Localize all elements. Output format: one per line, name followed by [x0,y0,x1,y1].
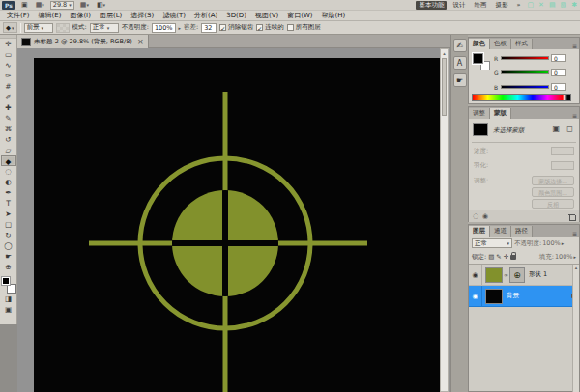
visibility-toggle[interactable]: ◉ [469,265,482,285]
tool-preset-picker[interactable]: ◆ ▾ [3,22,17,33]
menu-filter[interactable]: 滤镜(T) [159,11,189,20]
screen-mode-button[interactable]: ◧▾ [95,1,107,10]
tab-swatches[interactable]: 色板 [490,39,511,49]
overlay-capture-icon-5[interactable]: ✱ [570,1,578,10]
lock-transparency-icon[interactable]: ▨ [488,253,494,261]
foreground-color-swatch[interactable] [1,276,11,286]
canvas-vertical-scrollbar[interactable]: ▴ [440,48,449,392]
workspace-painting-button[interactable]: 绘画 [471,1,489,10]
arrange-documents-button[interactable]: ▦▾ [78,1,91,10]
overlay-capture-icon-2[interactable]: ✕ [537,1,545,10]
panel-menu-icon[interactable]: ≡ [572,42,579,49]
opacity-field[interactable]: 100% [152,23,176,33]
foreground-color-swatch[interactable] [473,53,483,64]
scroll-up-icon[interactable]: ▴ [441,49,448,57]
menu-window[interactable]: 窗口(W) [283,11,316,20]
panel-menu-icon[interactable]: ≡ [572,112,579,119]
tab-styles[interactable]: 样式 [511,39,533,49]
menu-view[interactable]: 视图(V) [251,11,282,20]
tab-channels[interactable]: 通道 [490,226,511,237]
green-value-field[interactable]: 0 [551,69,566,76]
menu-3d[interactable]: 3D(D) [222,11,250,20]
fill-source-select[interactable]: 前景 ▾ [24,23,53,33]
red-slider[interactable] [501,56,549,60]
menu-edit[interactable]: 编辑(E) [35,11,66,20]
layer-list-scrollbar[interactable]: ▴ [572,265,579,392]
workspace-design-button[interactable]: 设计 [450,1,468,10]
crop-tool[interactable]: # [1,81,16,92]
eraser-tool[interactable]: ▱ [1,145,16,155]
overlay-capture-icon-1[interactable]: ▢ [526,1,535,10]
blur-tool[interactable]: ◌ [1,166,16,177]
fill-opacity-control[interactable]: 填充: 100% ▸ [539,253,576,262]
layer-row-shape-1[interactable]: ◉ ∞ ⊕ 形状 1 [469,265,579,286]
clone-source-panel-button[interactable]: ☛ [453,73,467,87]
layer-row-background[interactable]: ◉ 背景 [469,286,579,307]
blend-mode-select[interactable]: 正常 ▾ [472,238,512,248]
canvas-image[interactable] [34,58,441,392]
layer-thumbnail[interactable] [485,267,503,283]
quick-mask-button[interactable]: ◨ [1,294,16,304]
tab-paths[interactable]: 路径 [511,226,533,237]
all-layers-checkbox[interactable]: 所有图层 [287,23,321,32]
visibility-toggle[interactable]: ◉ [469,286,482,306]
overlay-capture-icon-4[interactable]: ▧ [560,1,568,10]
hand-tool[interactable]: ☛ [1,251,16,262]
trash-icon[interactable] [568,213,575,220]
document-tab[interactable]: 未标题-2 @ 29.8% (背景, RGB/8) × [17,35,149,48]
3d-rotate-tool[interactable]: ↻ [1,230,16,240]
tab-masks[interactable]: 蒙版 [490,108,511,119]
history-panel-button[interactable]: ✍ [453,39,467,52]
lock-all-icon[interactable] [510,255,516,260]
color-spectrum-ramp[interactable] [472,94,571,101]
chevron-right-icon[interactable]: ▸ [179,25,182,31]
add-pixel-mask-icon[interactable]: ▣ [552,125,560,133]
lock-position-icon[interactable]: ✛ [504,253,508,261]
workspace-photography-button[interactable]: 摄影 [492,1,510,10]
blue-value-field[interactable]: 0 [551,83,566,91]
layer-thumbnail[interactable] [485,289,503,304]
blue-slider[interactable] [501,85,549,89]
rectangle-tool[interactable]: ▢ [1,219,16,230]
pen-tool[interactable]: ✒ [1,187,16,198]
move-tool[interactable]: ✛ [1,39,16,49]
rectangular-marquee-tool[interactable]: ▭ [1,49,16,60]
menu-analysis[interactable]: 分析(A) [190,11,221,20]
bridge-icon[interactable]: ▣ [19,1,30,10]
history-brush-tool[interactable]: ↺ [1,134,16,145]
mode-select[interactable]: 正常 ▾ [90,23,119,33]
menu-file[interactable]: 文件(F) [3,11,34,20]
character-panel-button[interactable]: A [453,56,467,70]
clone-stamp-tool[interactable]: ⌘ [1,124,16,134]
workspace-overflow-button[interactable]: » [513,1,523,10]
green-slider[interactable] [501,70,549,74]
close-icon[interactable]: × [137,38,144,46]
add-vector-mask-icon[interactable]: ◻ [566,125,573,133]
eyedropper-tool[interactable]: ✐ [1,92,16,102]
path-selection-tool[interactable]: ➤ [1,209,16,219]
apply-mask-icon[interactable]: ◉ [482,212,488,220]
workspace-essentials-button[interactable]: 基本功能 [416,1,447,10]
canvas-window[interactable]: ▴ [17,48,450,392]
quick-selection-tool[interactable]: ✑ [1,70,16,81]
menu-help[interactable]: 帮助(H) [318,11,350,20]
overlay-capture-icon-3[interactable]: ▤ [548,1,557,10]
layer-opacity-control[interactable]: 不透明度: 100% ▸ [514,239,564,248]
3d-orbit-tool[interactable]: ◯ [1,240,16,251]
lasso-tool[interactable]: ∿ [1,60,16,70]
scrollbar-thumb[interactable] [442,58,447,116]
menu-select[interactable]: 选择(S) [127,11,158,20]
tab-layers[interactable]: 图层 [469,226,490,237]
screen-mode-button[interactable]: ▣ [1,304,16,315]
anti-alias-checkbox[interactable]: ✓ 消除锯齿 [219,23,253,32]
zoom-level-field[interactable]: 29.8 ▾ [50,1,74,10]
red-value-field[interactable]: 0 [551,54,566,62]
pattern-picker[interactable] [56,23,70,33]
zoom-tool[interactable]: ⊕ [1,262,16,272]
menu-image[interactable]: 图像(I) [66,11,95,20]
brush-tool[interactable]: ✎ [1,113,16,124]
spot-healing-brush-tool[interactable]: ✚ [1,102,16,113]
dodge-tool[interactable]: ◐ [1,177,16,187]
tab-color[interactable]: 颜色 [469,39,490,49]
layer-name[interactable]: 形状 1 [529,270,547,279]
